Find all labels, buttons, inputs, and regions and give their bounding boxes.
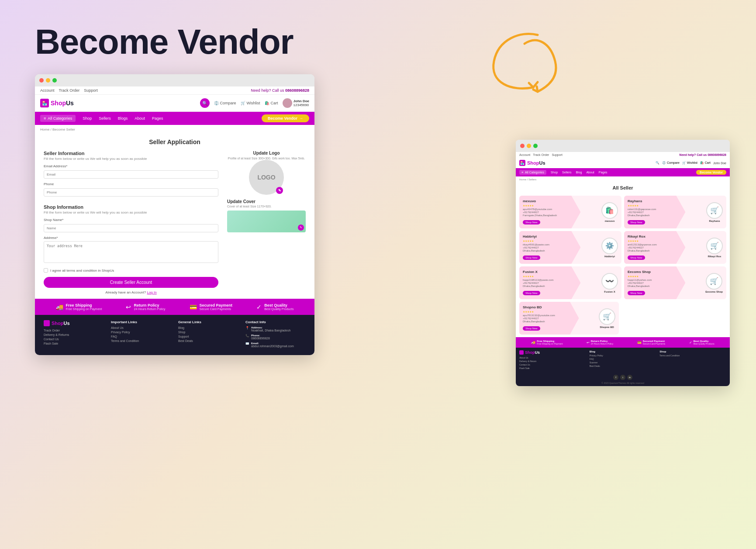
- shop-now-btn[interactable]: Shop Now: [628, 220, 645, 224]
- twitter-icon[interactable]: t: [620, 375, 625, 380]
- right-account-link[interactable]: Account: [519, 153, 530, 156]
- footer-delivery[interactable]: Delivery & Returns: [44, 333, 104, 336]
- footer-contact[interactable]: Contact Us: [44, 338, 104, 341]
- right-track-link[interactable]: Track Order: [533, 153, 549, 156]
- shop-now-btn[interactable]: Shop Now: [523, 256, 540, 260]
- shop-name-input[interactable]: [44, 224, 218, 232]
- footer-shop[interactable]: Shop: [178, 331, 238, 334]
- right-footer-strip: 🚚 Free Shipping Free Shipping on Payment…: [516, 337, 730, 348]
- payment-title: Secured Payment: [200, 303, 233, 307]
- logo-edit-btn[interactable]: ✎: [276, 187, 283, 194]
- rf-scanner[interactable]: Scanner: [590, 361, 656, 364]
- right-wishlist[interactable]: 🛒 Wishlist: [682, 161, 697, 165]
- quality-desc: Best Quality Products: [264, 307, 293, 311]
- right-nav-shop[interactable]: Shop: [551, 171, 558, 174]
- address-input[interactable]: [44, 241, 218, 263]
- footer-flash-sale[interactable]: Flash Sale: [44, 342, 104, 345]
- footer-privacy[interactable]: Privacy Policy: [111, 331, 171, 334]
- shop-now-btn[interactable]: Shop Now: [523, 220, 540, 224]
- nav-shop[interactable]: Shop: [83, 116, 92, 121]
- seller-phone: +8176244627: [523, 282, 599, 284]
- login-link[interactable]: Log In: [147, 290, 156, 294]
- right-compare[interactable]: ⚖️ Compare: [662, 161, 680, 165]
- footer-terms[interactable]: Terms and Condition: [111, 339, 171, 342]
- seller-avatar-habbriyi: ⚙️ Habbriyi: [601, 238, 618, 258]
- right-nav-blog[interactable]: Blog: [576, 171, 582, 174]
- footer-logo: ShopUs: [44, 320, 104, 326]
- right-nav-pages[interactable]: Pages: [599, 171, 608, 174]
- form-right: Update Logo Profile of at least Size 300…: [227, 151, 306, 294]
- nav-blogs[interactable]: Blogs: [118, 116, 128, 121]
- footer-strip-payment: 💳 Secured Payment Secure Card Payments: [190, 303, 233, 311]
- rf-privacy[interactable]: Privacy Policy: [590, 354, 656, 357]
- footer-about-us[interactable]: About Us: [111, 326, 171, 329]
- compare-link[interactable]: ⚖️Compare: [214, 101, 236, 105]
- right-footer-blog-col: Blog Privacy Policy FAQ Scanner Best Dea…: [590, 350, 656, 370]
- all-categories-btn[interactable]: ≡ All Categories: [40, 115, 76, 122]
- right-nav-sellers[interactable]: Sellers: [562, 171, 571, 174]
- right-support-link[interactable]: Support: [552, 153, 563, 156]
- right-nav-about[interactable]: About: [586, 171, 594, 174]
- rf-faq[interactable]: FAQ: [590, 358, 656, 360]
- seller-location: Dhaka,Bangladesh: [628, 285, 703, 287]
- footer-brand-col: ShopUs Track Order Delivery & Returns Co…: [44, 320, 104, 350]
- facebook-icon[interactable]: f: [613, 375, 618, 380]
- form-left: Seller Information Fill the form below o…: [44, 151, 218, 294]
- arrow-annotation: [485, 26, 573, 96]
- right-shipping: 🚚 Free Shipping Free Shipping on Payment: [531, 340, 563, 345]
- right-cart[interactable]: 🛍️ Cart: [700, 161, 711, 165]
- cover-title: Update Cover: [227, 199, 306, 204]
- shop-now-btn[interactable]: Shop Now: [628, 256, 645, 260]
- nav-about[interactable]: About: [135, 116, 145, 121]
- account-link[interactable]: Account: [40, 88, 55, 93]
- footer-track-order[interactable]: Track Order: [44, 329, 104, 332]
- rf-flash[interactable]: Flash Sale: [519, 367, 586, 369]
- track-order-link[interactable]: Track Order: [59, 88, 80, 93]
- seller-email: happ11@yahoo.com: [628, 279, 703, 281]
- cover-preview[interactable]: ✎: [227, 211, 306, 232]
- nav-sellers[interactable]: Sellers: [99, 116, 111, 121]
- right-search-btn[interactable]: 🔍: [656, 161, 659, 165]
- footer-blog[interactable]: Blog: [178, 326, 238, 329]
- become-vendor-btn[interactable]: Become Vendor →: [262, 114, 309, 122]
- rf-delivery[interactable]: Delivery & Return: [519, 360, 586, 363]
- right-become-vendor-btn[interactable]: Become Vendor: [696, 170, 726, 175]
- cart-link[interactable]: 🛍️Cart: [265, 101, 278, 105]
- seller-display-name: Eecoms Shop: [705, 290, 723, 293]
- rf-terms[interactable]: Terms and Condition: [659, 354, 726, 357]
- create-seller-btn[interactable]: Create Seller Account: [44, 277, 218, 288]
- seller-info-fusion: Fusion X ★★★★★ happ2198113@paste.com +81…: [523, 270, 599, 296]
- terms-checkbox[interactable]: [44, 268, 48, 273]
- rf-about[interactable]: About Us: [519, 356, 586, 359]
- rf-best[interactable]: Best Deals: [590, 365, 656, 367]
- user-info: John Doe 12345690: [283, 98, 309, 108]
- support-link[interactable]: Support: [84, 88, 98, 93]
- footer-faq[interactable]: FAQ: [111, 335, 171, 338]
- wishlist-link[interactable]: 🛒Wishlist: [241, 101, 260, 105]
- email-icon: ✉️: [245, 342, 249, 345]
- shop-now-btn[interactable]: Shop Now: [628, 291, 645, 295]
- phone-input[interactable]: [44, 188, 218, 197]
- footer-contact-col: Contact Info 📍 Address: Noakhali, Dhaka …: [245, 320, 306, 350]
- nav-pages[interactable]: Pages: [152, 116, 163, 121]
- footer-bottom-left: ShopUs Track Order Delivery & Returns Co…: [35, 315, 314, 355]
- copyright-bar: © 2023 QuantumThemes All rights reserved: [516, 382, 730, 386]
- email-input[interactable]: [44, 170, 218, 179]
- shop-now-btn[interactable]: Shop Now: [523, 291, 540, 295]
- cover-edit-btn[interactable]: ✎: [298, 224, 304, 231]
- seller-name: Shopno BD: [523, 305, 596, 309]
- seller-display-name: Fusion X: [604, 290, 615, 293]
- return-icon: ↩: [126, 304, 131, 311]
- logo-circle[interactable]: LOGO ✎: [249, 160, 284, 195]
- seller-info-rayhans: Rayhans ★★★★★ robin131@gapoose.com +8176…: [628, 199, 704, 225]
- footer-best-deals[interactable]: Best Deals: [178, 339, 238, 342]
- search-button[interactable]: 🔍: [200, 98, 210, 108]
- linkedin-icon[interactable]: in: [627, 375, 632, 380]
- seller-avatar-circle: ⚙️: [601, 238, 618, 254]
- logo-icon: 🏪: [40, 99, 49, 107]
- rf-contact[interactable]: Contact Us: [519, 363, 586, 366]
- phone-row: 📞 Phone: 08608896828: [245, 334, 306, 340]
- shop-now-btn[interactable]: Shop Now: [523, 326, 540, 331]
- right-all-categories[interactable]: ≡ All Categories: [519, 170, 546, 175]
- footer-support[interactable]: Support: [178, 335, 238, 338]
